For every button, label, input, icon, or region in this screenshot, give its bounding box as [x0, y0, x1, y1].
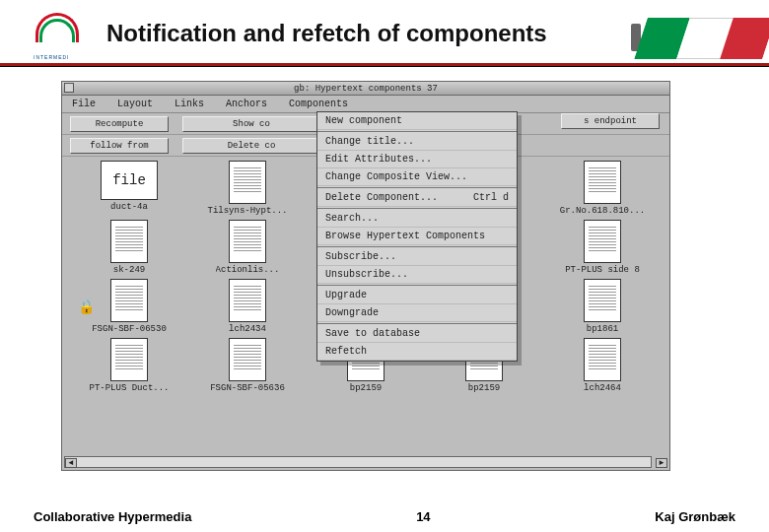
window-title: gb: Hypertext components 37	[294, 84, 438, 94]
document-icon	[584, 338, 621, 381]
menu-anchors[interactable]: Anchors	[226, 99, 267, 109]
menu-item-accel: Ctrl d	[473, 192, 509, 203]
menu-separator	[317, 285, 517, 286]
app-window: gb: Hypertext components 37 File Layout …	[61, 81, 670, 471]
component-item[interactable]: fileduct-4a	[74, 161, 184, 216]
component-label: FSGN-SBF-05636	[210, 383, 285, 393]
component-item[interactable]: Actionlis...	[192, 220, 303, 275]
document-icon	[584, 161, 621, 204]
component-label: PT-PLUS side 8	[565, 265, 640, 275]
component-label: lch2464	[584, 383, 621, 393]
menu-item[interactable]: Change Composite View...	[317, 168, 517, 186]
menu-separator	[317, 208, 517, 209]
component-item[interactable]: FSGN-SBF-05636	[192, 338, 303, 393]
menu-item-label: Refetch	[325, 346, 367, 357]
lock-icon: 🔒	[78, 299, 95, 315]
scroll-left-icon[interactable]: ◄	[65, 458, 77, 468]
menu-item[interactable]: New component	[317, 112, 517, 130]
footer-author: Kaj Grønbæk	[655, 509, 735, 524]
component-item[interactable]: Tilsyns-Hypt...	[192, 161, 303, 216]
menu-item-label: New component	[325, 115, 402, 126]
menu-item[interactable]: Unsubscribe...	[317, 266, 517, 284]
recompute-button[interactable]: Recompute	[70, 116, 169, 132]
menu-item-label: Upgrade	[325, 290, 367, 300]
menu-item[interactable]: Browse Hypertext Components	[317, 228, 517, 245]
scroll-right-icon[interactable]: ►	[656, 458, 667, 468]
menu-layout[interactable]: Layout	[117, 99, 153, 109]
component-item[interactable]: lch2464	[547, 338, 658, 393]
component-label: bp1861	[587, 324, 618, 334]
components-dropdown-menu: New componentChange title...Edit Attribu…	[316, 111, 518, 362]
document-icon	[110, 338, 148, 381]
menu-item[interactable]: Upgrade	[317, 287, 517, 304]
footer-left: Collaborative Hypermedia	[34, 509, 191, 524]
menu-item-label: Search...	[325, 213, 379, 224]
menu-file[interactable]: File	[72, 99, 96, 109]
component-label: duct-4a	[110, 202, 148, 212]
menu-item-label: Subscribe...	[325, 251, 396, 262]
horizontal-scrollbar[interactable]: ◄	[64, 456, 652, 468]
component-label: Gr.No.618.810...	[560, 206, 645, 216]
component-label: lch2434	[229, 324, 266, 334]
component-label: PT-PLUS Duct...	[89, 383, 169, 393]
menu-item-label: Change Composite View...	[325, 171, 467, 182]
menu-item-label: Save to database	[325, 328, 420, 339]
show-co-button[interactable]: Show co	[182, 116, 320, 132]
slide-header: INTERMEDI Notification and refetch of co…	[0, 0, 769, 63]
window-titlebar: gb: Hypertext components 37	[62, 82, 669, 96]
file-icon: file	[101, 161, 158, 200]
menu-separator	[317, 187, 517, 188]
component-label: Tilsyns-Hypt...	[207, 206, 287, 216]
menu-item-label: Change title...	[325, 136, 414, 147]
header-rule-black	[0, 66, 769, 67]
component-item[interactable]: bp1861	[547, 279, 658, 334]
menu-separator	[317, 246, 517, 247]
menu-item[interactable]: Subscribe...	[317, 248, 517, 266]
menu-item[interactable]: Downgrade	[317, 304, 517, 322]
document-icon	[584, 220, 621, 263]
logo-text: INTERMEDI	[34, 54, 70, 60]
component-label: bp2159	[350, 383, 382, 393]
menu-item[interactable]: Save to database	[317, 325, 517, 343]
component-item[interactable]: sk-249	[74, 220, 184, 275]
document-icon	[229, 161, 266, 204]
menu-item-label: Delete Component...	[325, 192, 438, 203]
menu-item-label: Browse Hypertext Components	[325, 231, 485, 241]
document-icon	[110, 220, 148, 263]
page-number: 14	[416, 509, 430, 524]
menu-separator	[317, 131, 517, 132]
slide-title: Notification and refetch of components	[106, 20, 547, 47]
italy-flag-banner	[634, 18, 769, 59]
menu-item[interactable]: Search...	[317, 210, 517, 228]
menu-links[interactable]: Links	[175, 99, 204, 109]
slide-footer: Collaborative Hypermedia 14 Kaj Grønbæk	[0, 509, 769, 524]
logo-intermedi: INTERMEDI	[34, 13, 95, 56]
menu-item[interactable]: Change title...	[317, 133, 517, 151]
menu-item-label: Edit Attributes...	[325, 154, 432, 165]
component-item[interactable]: lch2434	[192, 279, 303, 334]
component-item[interactable]: Gr.No.618.810...	[547, 161, 658, 216]
document-icon	[229, 220, 266, 263]
component-item[interactable]: PT-PLUS side 8	[547, 220, 658, 275]
menu-components[interactable]: Components	[289, 99, 348, 109]
menu-item-label: Downgrade	[325, 307, 379, 318]
menu-separator	[317, 323, 517, 324]
component-label: bp2159	[468, 383, 500, 393]
component-label: Actionlis...	[216, 265, 280, 275]
endpoint-button[interactable]: s endpoint	[561, 113, 660, 129]
document-icon	[110, 279, 148, 322]
menu-item-label: Unsubscribe...	[325, 269, 408, 280]
delete-co-button[interactable]: Delete co	[182, 138, 320, 154]
follow-from-button[interactable]: follow from	[70, 138, 169, 154]
menu-item[interactable]: Refetch	[317, 343, 517, 361]
component-label: sk-249	[113, 265, 145, 275]
component-item[interactable]: PT-PLUS Duct...	[74, 338, 184, 393]
system-menu-box[interactable]	[64, 83, 74, 93]
component-label: FSGN-SBF-06530	[92, 324, 167, 334]
document-icon	[584, 279, 621, 322]
document-icon	[229, 338, 266, 381]
menu-item[interactable]: Edit Attributes...	[317, 151, 517, 168]
menu-item[interactable]: Delete Component...Ctrl d	[317, 189, 517, 207]
document-icon	[229, 279, 266, 322]
